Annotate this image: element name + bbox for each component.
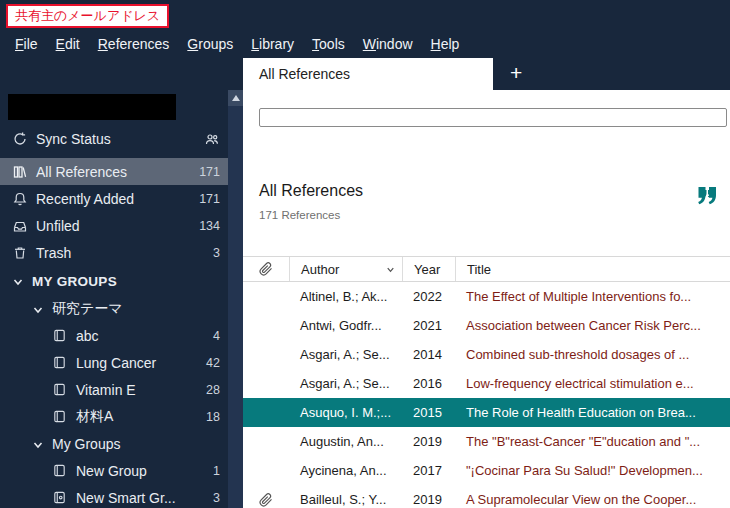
cell-year: 2014	[402, 347, 455, 362]
new-tab-button[interactable]: +	[501, 58, 531, 90]
cell-title: Combined sub-threshold dosages of ...	[455, 347, 730, 362]
paperclip-icon	[259, 493, 273, 507]
menu-tools[interactable]: Tools	[303, 36, 354, 52]
search-input[interactable]	[259, 108, 727, 127]
menu-bar: File Edit References Groups Library Tool…	[0, 30, 730, 58]
cell-title: The Effect of Multiple Interventions fo.…	[455, 289, 730, 304]
sidebar-scrollbar[interactable]	[228, 90, 243, 508]
cell-author: Asuquo, I. M.;...	[289, 405, 402, 420]
cell-year: 2019	[402, 492, 455, 507]
cell-author: Asgari, A.; Se...	[289, 347, 402, 362]
sidebar-item-label: Unfiled	[36, 218, 80, 234]
cell-title: The "B"reast-Cancer "E"ducation and "...	[455, 434, 730, 449]
menu-help[interactable]: Help	[422, 36, 469, 52]
sidebar-group-header-label: MY GROUPS	[32, 274, 117, 289]
bell-icon	[12, 191, 28, 207]
library-icon	[12, 164, 28, 180]
sidebar-item-recently-added[interactable]: Recently Added 171	[0, 185, 228, 212]
cell-title: Low-frequency electrical stimulation e..…	[455, 376, 730, 391]
sidebar-item-count: 3	[213, 246, 220, 260]
cell-year: 2016	[402, 376, 455, 391]
cell-author: Aycinena, An...	[289, 463, 402, 478]
table-row[interactable]: Augustin, An... 2019 The "B"reast-Cancer…	[243, 427, 730, 456]
paperclip-icon	[259, 262, 273, 276]
reference-count-label: 171 References	[259, 209, 340, 221]
table-row[interactable]: Bailleul, S.; Y... 2019 A Supramolecular…	[243, 485, 730, 508]
sort-chevron-icon[interactable]	[385, 264, 396, 275]
attachment-column-header[interactable]	[243, 257, 289, 281]
cell-attachment	[243, 493, 289, 507]
group-label: New Group	[76, 463, 147, 479]
cell-title: "¡Cocinar Para Su Salud!" Developmen...	[455, 463, 730, 478]
menu-library[interactable]: Library	[242, 36, 303, 52]
chevron-down-icon[interactable]	[32, 303, 44, 315]
redacted-account-email	[8, 94, 176, 120]
group-count: 28	[206, 383, 220, 397]
group-count: 18	[206, 410, 220, 424]
chevron-down-icon[interactable]	[12, 276, 24, 288]
annotation-shared-email-label: 共有主のメールアドレス	[6, 4, 169, 28]
title-column-header[interactable]: Title	[455, 257, 730, 281]
cell-title: Association between Cancer Risk Perc...	[455, 318, 730, 333]
table-row[interactable]: Asgari, A.; Se... 2014 Combined sub-thre…	[243, 340, 730, 369]
cell-author: Altinel, B.; Ak...	[289, 289, 402, 304]
unfiled-box-icon	[12, 218, 28, 234]
tab-all-references[interactable]: All References	[243, 58, 493, 90]
citation-quote-icon[interactable]	[696, 184, 720, 208]
sidebar-item-all-references[interactable]: All References 171	[0, 158, 228, 185]
cell-author: Bailleul, S.; Y...	[289, 492, 402, 507]
cell-author: Asgari, A.; Se...	[289, 376, 402, 391]
group-label: 材料A	[76, 408, 113, 426]
sidebar-groupset-kenkyu-theme[interactable]: 研究テーマ	[0, 295, 228, 322]
cell-title: The Role of Health Education on Brea...	[455, 405, 730, 420]
cell-title: A Supramolecular View on the Cooper...	[455, 492, 730, 507]
sidebar-item-sync-status[interactable]: Sync Status	[0, 125, 228, 152]
groupset-label: My Groups	[52, 436, 120, 452]
sidebar-item-label: Recently Added	[36, 191, 134, 207]
sidebar-group-new-smart-group[interactable]: New Smart Gr... 3	[0, 484, 228, 508]
table-row[interactable]: Aycinena, An... 2017 "¡Cocinar Para Su S…	[243, 456, 730, 485]
sidebar-group-abc[interactable]: abc 4	[0, 322, 228, 349]
sidebar: Sync Status All References 171 Recently …	[0, 88, 228, 508]
group-label: abc	[76, 328, 99, 344]
cell-year: 2021	[402, 318, 455, 333]
sidebar-group-vitamin-e[interactable]: Vitamin E 28	[0, 376, 228, 403]
sidebar-group-my-groups-header[interactable]: MY GROUPS	[0, 268, 228, 295]
group-icon	[52, 328, 68, 344]
chevron-down-icon[interactable]	[32, 438, 44, 450]
reference-list-panel: All References 171 References Author Yea…	[243, 90, 730, 508]
sidebar-item-label: All References	[36, 164, 127, 180]
table-row[interactable]: Asgari, A.; Se... 2016 Low-frequency ele…	[243, 369, 730, 398]
group-icon	[52, 382, 68, 398]
group-label: Vitamin E	[76, 382, 136, 398]
group-count: 1	[213, 464, 220, 478]
menu-file[interactable]: File	[6, 36, 47, 52]
group-label: New Smart Gr...	[76, 490, 176, 506]
group-icon	[52, 463, 68, 479]
menu-groups[interactable]: Groups	[178, 36, 242, 52]
year-column-header[interactable]: Year	[402, 257, 455, 281]
people-icon[interactable]	[204, 131, 220, 147]
cell-year: 2015	[402, 405, 455, 420]
group-icon	[52, 409, 68, 425]
sync-icon	[12, 131, 28, 147]
sidebar-item-unfiled[interactable]: Unfiled 134	[0, 212, 228, 239]
table-row[interactable]: Antwi, Godfr... 2021 Association between…	[243, 311, 730, 340]
menu-edit[interactable]: Edit	[47, 36, 89, 52]
table-row-selected[interactable]: Asuquo, I. M.;... 2015 The Role of Healt…	[243, 398, 730, 427]
sidebar-item-count: 134	[199, 219, 220, 233]
sidebar-group-zairyo-a[interactable]: 材料A 18	[0, 403, 228, 430]
year-column-label: Year	[414, 262, 440, 277]
sidebar-item-trash[interactable]: Trash 3	[0, 239, 228, 266]
reference-rows: Altinel, B.; Ak... 2022 The Effect of Mu…	[243, 282, 730, 508]
table-row[interactable]: Altinel, B.; Ak... 2022 The Effect of Mu…	[243, 282, 730, 311]
cell-year: 2022	[402, 289, 455, 304]
sidebar-group-lung-cancer[interactable]: Lung Cancer 42	[0, 349, 228, 376]
tab-bar: All References +	[243, 58, 730, 90]
menu-window[interactable]: Window	[354, 36, 422, 52]
author-column-header[interactable]: Author	[289, 257, 402, 281]
menu-references[interactable]: References	[89, 36, 179, 52]
sidebar-groupset-my-groups[interactable]: My Groups	[0, 430, 228, 457]
sidebar-group-new-group[interactable]: New Group 1	[0, 457, 228, 484]
scroll-up-icon[interactable]	[228, 90, 243, 106]
